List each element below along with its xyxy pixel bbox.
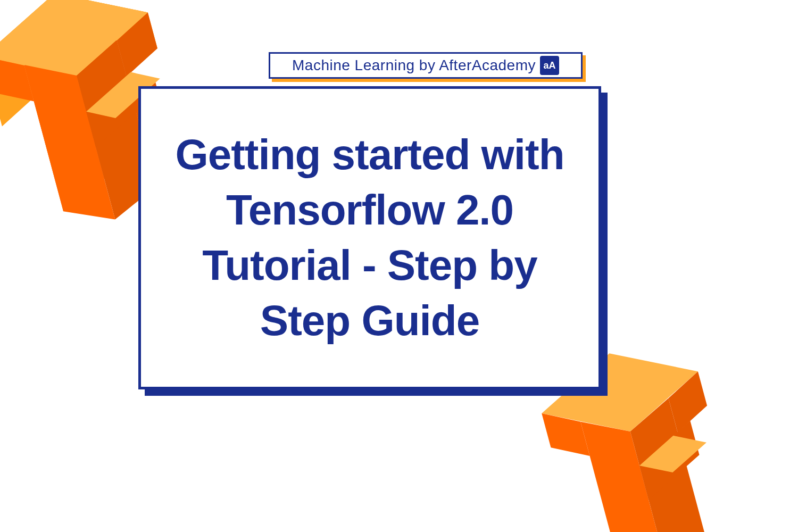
afteracademy-logo-icon: aA xyxy=(540,56,559,75)
title-box: Getting started with Tensorflow 2.0 Tuto… xyxy=(138,86,601,389)
page-title: Getting started with Tensorflow 2.0 Tuto… xyxy=(157,127,583,348)
title-container: Getting started with Tensorflow 2.0 Tuto… xyxy=(138,86,601,389)
badge-container: Machine Learning by AfterAcademy aA xyxy=(269,52,583,79)
badge-label: Machine Learning by AfterAcademy xyxy=(292,57,536,74)
badge-box: Machine Learning by AfterAcademy aA xyxy=(269,52,583,79)
